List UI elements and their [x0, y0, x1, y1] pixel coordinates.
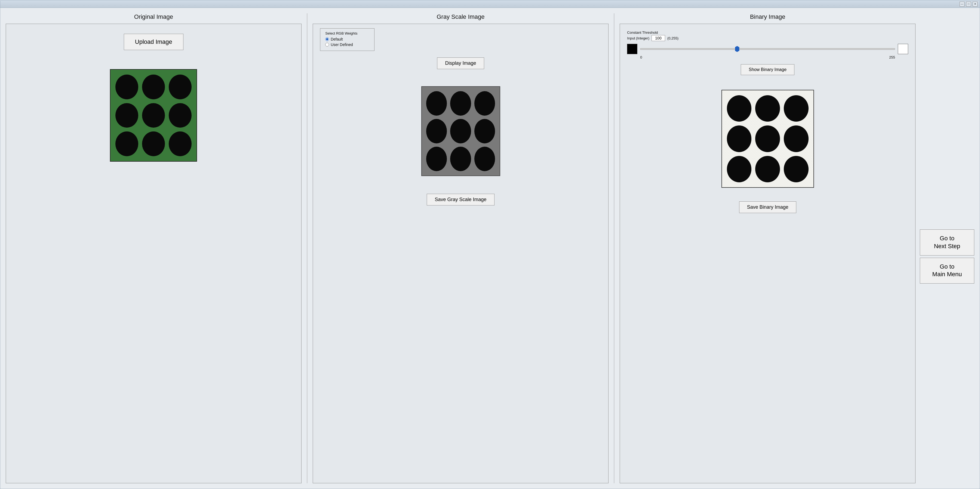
- user-defined-radio[interactable]: [325, 43, 329, 46]
- divider-1: [307, 13, 307, 483]
- gray-circle-2: [450, 91, 471, 116]
- binary-circles-grid: [722, 90, 813, 187]
- binary-image-display: [624, 82, 911, 196]
- threshold-input-field[interactable]: 100: [652, 35, 665, 41]
- gray-circle-3: [474, 91, 495, 116]
- grayscale-image-canvas: [421, 86, 500, 176]
- gray-circle-1: [426, 91, 447, 116]
- upload-image-button[interactable]: Upload Image: [124, 34, 183, 50]
- input-label: Input (Integer): [627, 36, 649, 40]
- binary-circle-7: [727, 156, 752, 182]
- binary-circle-3: [784, 95, 808, 122]
- gray-circle-9: [474, 147, 495, 171]
- gray-circle-6: [474, 119, 495, 143]
- circle-6: [169, 103, 192, 128]
- original-image-canvas: [110, 69, 197, 162]
- range-label: (0,255): [667, 36, 678, 40]
- binary-circle-6: [784, 126, 808, 152]
- default-radio-row: Default: [325, 37, 369, 41]
- default-radio[interactable]: [325, 37, 329, 41]
- rgb-weights-box: Select RGB Weights Default User Defined: [320, 28, 374, 51]
- binary-panel-border: Constant Threshold Input (Integer) 100 (…: [620, 24, 915, 483]
- circle-3: [169, 75, 192, 99]
- gray-circles-grid: [422, 87, 500, 175]
- slider-track: [640, 48, 895, 50]
- save-binary-image-button[interactable]: Save Binary Image: [739, 201, 796, 213]
- divider-2: [614, 13, 614, 483]
- gray-circle-4: [426, 119, 447, 143]
- binary-panel: Binary Image Constant Threshold Input (I…: [620, 13, 915, 483]
- user-defined-radio-row: User Defined: [325, 43, 369, 47]
- binary-image-canvas: [721, 90, 814, 188]
- save-gray-scale-button[interactable]: Save Gray Scale Image: [427, 194, 494, 205]
- binary-circle-1: [727, 95, 752, 122]
- original-circles-grid: [110, 70, 196, 161]
- go-to-next-step-button[interactable]: Go toNext Step: [920, 229, 974, 255]
- grayscale-panel: Gray Scale Image Select RGB Weights Defa…: [313, 13, 609, 483]
- display-image-button[interactable]: Display Image: [437, 57, 484, 69]
- user-defined-radio-label: User Defined: [331, 43, 353, 47]
- grayscale-panel-inner: Select RGB Weights Default User Defined …: [317, 28, 604, 479]
- grayscale-panel-title: Gray Scale Image: [436, 13, 484, 21]
- grayscale-panel-border: Select RGB Weights Default User Defined …: [313, 24, 609, 483]
- white-swatch: [898, 44, 908, 54]
- original-panel: Original Image Upload Image: [6, 13, 302, 483]
- original-image-display: [10, 58, 297, 172]
- title-bar: — □ ✕: [0, 0, 980, 8]
- circle-1: [115, 75, 138, 99]
- gray-circle-8: [450, 147, 471, 171]
- gray-circle-7: [426, 147, 447, 171]
- binary-circle-5: [755, 126, 780, 152]
- binary-circle-8: [755, 156, 780, 182]
- original-panel-border: Upload Image: [6, 24, 302, 483]
- threshold-section: Constant Threshold Input (Integer) 100 (…: [624, 28, 911, 82]
- main-content: Original Image Upload Image: [0, 8, 980, 489]
- go-to-main-menu-button[interactable]: Go toMain Menu: [920, 258, 974, 284]
- range-min-label: 0: [640, 55, 642, 59]
- circle-7: [115, 131, 138, 156]
- circle-9: [169, 131, 192, 156]
- binary-circle-4: [727, 126, 752, 152]
- threshold-input-row: Input (Integer) 100 (0,255): [627, 35, 908, 41]
- circle-4: [115, 103, 138, 128]
- maximize-button[interactable]: □: [966, 2, 971, 6]
- nav-buttons: Go toNext Step Go toMain Menu: [920, 213, 974, 283]
- close-button[interactable]: ✕: [973, 2, 978, 6]
- binary-circle-9: [784, 156, 808, 182]
- circle-8: [142, 131, 165, 156]
- binary-panel-title: Binary Image: [750, 13, 786, 21]
- black-swatch: [627, 44, 637, 54]
- show-binary-image-button[interactable]: Show Binary Image: [741, 64, 794, 75]
- slider-thumb[interactable]: [735, 46, 740, 52]
- circle-5: [142, 103, 165, 128]
- default-radio-label: Default: [331, 37, 343, 41]
- constant-threshold-label: Constant Threshold: [627, 30, 908, 35]
- rgb-box-title: Select RGB Weights: [325, 31, 369, 35]
- grayscale-image-display: [317, 74, 604, 188]
- gray-circle-5: [450, 119, 471, 143]
- range-max-label: 255: [889, 55, 895, 59]
- binary-circle-2: [755, 95, 780, 122]
- original-panel-title: Original Image: [134, 13, 173, 21]
- main-window: — □ ✕ Original Image Upload Image: [0, 0, 980, 489]
- range-row: [627, 44, 908, 54]
- slider-container: [640, 46, 895, 52]
- circle-2: [142, 75, 165, 99]
- minimize-button[interactable]: —: [959, 2, 964, 6]
